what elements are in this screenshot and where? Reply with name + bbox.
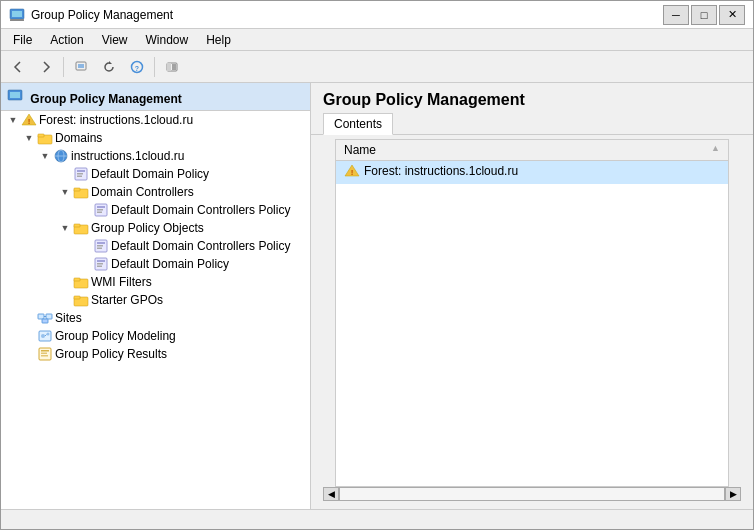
tree-label-results: Group Policy Results [55,347,167,361]
results-icon [37,346,53,362]
svg-point-51 [41,334,45,338]
tree-toggle-gpo[interactable]: ▼ [57,220,73,236]
wmi-icon [73,274,89,290]
tree-toggle-dc[interactable]: ▼ [57,184,73,200]
tree-item-results[interactable]: ▶ Group Policy Results [1,345,310,363]
starter-icon [73,292,89,308]
modeling-icon [37,328,53,344]
tree-label-gpo-ddcp: Default Domain Controllers Policy [111,239,290,253]
tree-item-ddcp[interactable]: ▶ Default Domain Controllers Policy [1,201,310,219]
svg-rect-25 [77,176,82,178]
svg-text:!: ! [28,117,31,126]
gpo-icon-ddcp [93,202,109,218]
svg-rect-30 [97,209,103,211]
cell-icon-forest: ! Forest: instructions.1cloud.ru [344,163,518,179]
tab-contents[interactable]: Contents [323,113,393,135]
svg-rect-40 [97,263,103,265]
tree-item-gpo[interactable]: ▼ Group Policy Objects [1,219,310,237]
tree-item-gpo-ddcp[interactable]: ▶ Default Domain Controllers Policy [1,237,310,255]
minimize-button[interactable]: ─ [663,5,689,25]
tree-item-domain1cloud[interactable]: ▼ instructions.1cloud.ru [1,147,310,165]
svg-rect-36 [97,245,103,247]
dc-icon [73,184,89,200]
window-title: Group Policy Management [31,8,663,22]
svg-rect-35 [97,242,105,244]
toolbar: ? [1,51,753,83]
maximize-button[interactable]: □ [691,5,717,25]
domain1cloud-icon [53,148,69,164]
scroll-left-arrow[interactable]: ◀ [323,487,339,501]
svg-text:!: ! [351,168,354,177]
table-row[interactable]: ! Forest: instructions.1cloud.ru [336,161,728,185]
tree-item-sites[interactable]: ▶ Sites [1,309,310,327]
gpo-icon-ddp [73,166,89,182]
cell-label-forest: Forest: instructions.1cloud.ru [364,164,518,178]
tree-label-forest: Forest: instructions.1cloud.ru [39,113,193,127]
tree-label-ddcp: Default Domain Controllers Policy [111,203,290,217]
right-panel: Group Policy Management Contents Name ▲ [311,83,753,509]
scroll-right-arrow[interactable]: ▶ [725,487,741,501]
svg-rect-56 [41,353,47,355]
show-hide-button[interactable] [159,54,185,80]
svg-rect-14 [10,92,20,98]
svg-rect-2 [10,19,24,21]
close-button[interactable]: ✕ [719,5,745,25]
up-button[interactable] [68,54,94,80]
tree-item-modeling[interactable]: ▶ Group Policy Modeling [1,327,310,345]
refresh-button[interactable] [96,54,122,80]
back-button[interactable] [5,54,31,80]
svg-text:?: ? [135,64,139,71]
forest-icon: ! [21,112,37,128]
forward-button[interactable] [33,54,59,80]
toolbar-sep-2 [154,57,155,77]
svg-rect-47 [46,314,52,319]
tree-toggle-domain1cloud[interactable]: ▼ [37,148,53,164]
svg-rect-1 [12,11,22,17]
svg-rect-31 [97,212,102,214]
tree-item-gpo-ddp[interactable]: ▶ Default Domain Policy [1,255,310,273]
tree-toggle-forest[interactable]: ▼ [5,112,21,128]
menu-file[interactable]: File [5,30,40,50]
svg-rect-41 [97,266,102,268]
menu-help[interactable]: Help [198,30,239,50]
tree-root[interactable]: Group Policy Management [1,83,310,111]
tree-label-domains: Domains [55,131,102,145]
content-table: Name ▲ [336,140,728,184]
table-body: ! Forest: instructions.1cloud.ru [336,161,728,185]
svg-rect-18 [38,134,44,137]
tree-label-domain1cloud: instructions.1cloud.ru [71,149,184,163]
tree-item-domains[interactable]: ▼ Domains [1,129,310,147]
svg-rect-24 [77,173,83,175]
svg-rect-29 [97,206,105,208]
svg-rect-55 [41,350,49,352]
svg-rect-9 [167,63,171,71]
gpo-icon-gpo-ddcp [93,238,109,254]
sites-icon [37,310,53,326]
tree-item-wmi[interactable]: ▶ WMI Filters [1,273,310,291]
tree-item-starter[interactable]: ▶ Starter GPOs [1,291,310,309]
h-scrollbar-row: ◀ ▶ [323,487,741,501]
tree-item-forest[interactable]: ▼ ! Forest: instructions.1cloud.ru [1,111,310,129]
table-cell-forest: ! Forest: instructions.1cloud.ru [336,161,728,185]
svg-rect-27 [74,188,80,191]
tree-root-icon [7,87,23,103]
main-area: Group Policy Management ▼ ! Forest: inst… [1,83,753,509]
tree-item-dc[interactable]: ▼ Domain Controllers [1,183,310,201]
main-window: Group Policy Management ─ □ ✕ File Actio… [0,0,754,530]
status-bar [1,509,753,529]
svg-rect-4 [78,64,84,68]
help-button[interactable]: ? [124,54,150,80]
col-name[interactable]: Name ▲ [336,140,728,161]
window-controls: ─ □ ✕ [663,5,745,25]
tree-item-default-domain-policy[interactable]: ▶ Default Domain Policy [1,165,310,183]
svg-rect-23 [77,170,85,172]
svg-rect-45 [74,296,80,299]
tree-toggle-domains[interactable]: ▼ [21,130,37,146]
scroll-track[interactable] [339,487,725,501]
title-bar: Group Policy Management ─ □ ✕ [1,1,753,29]
tree-label-sites: Sites [55,311,82,325]
menu-window[interactable]: Window [138,30,197,50]
svg-rect-39 [97,260,105,262]
menu-action[interactable]: Action [42,30,91,50]
menu-view[interactable]: View [94,30,136,50]
